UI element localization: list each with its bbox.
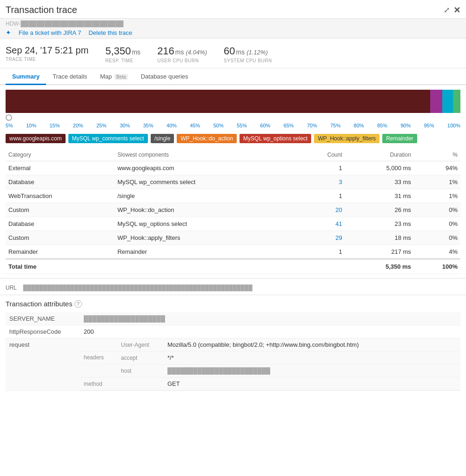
trace-time-value: Sep 24, '17 5:21 pm — [6, 45, 88, 56]
timeline-circle — [6, 114, 12, 121]
cell-pct: 1% — [414, 175, 460, 189]
metrics-section: Sep 24, '17 5:21 pm TRACE TIME 5,350ms R… — [0, 39, 466, 68]
cell-category: Custom — [6, 203, 114, 217]
timeline-bar — [6, 90, 460, 113]
tab-summary[interactable]: Summary — [6, 69, 46, 85]
attr-subval-host: ████████████████████████ — [164, 364, 460, 377]
attr-table: SERVER_NAME ███████████████████ httpResp… — [6, 312, 460, 391]
attr-subkey-method — [117, 377, 164, 390]
col-header-count: Count — [300, 148, 345, 161]
col-header-duration: Duration — [345, 148, 414, 161]
cell-count: 41 — [300, 217, 345, 231]
cell-component: www.googleapis.com — [114, 161, 300, 175]
trace-time-label: TRACE TIME — [6, 57, 88, 62]
sys-cpu-value: 60ms(1.12%) — [224, 45, 272, 57]
table-row: External www.googleapis.com 1 5,000 ms 9… — [6, 161, 460, 175]
table-row: Custom WP_Hook::apply_filters 29 18 ms 0… — [6, 231, 460, 245]
cell-duration: 217 ms — [345, 245, 414, 259]
attr-row-server-name: SERVER_NAME ███████████████████ — [6, 312, 460, 325]
close-button[interactable]: ✕ — [453, 5, 460, 15]
attr-subkey-accept: accept — [117, 351, 164, 364]
cell-pct: 94% — [414, 161, 460, 175]
cell-count: 1 — [300, 189, 345, 203]
table-row: Custom WP_Hook::do_action 20 26 ms 0% — [6, 203, 460, 217]
hostname-bar: HDW-██████████████████████████ ✦ File a … — [0, 19, 466, 39]
attr-row-useragent: User-Agent Mozilla/5.0 (compatible; bing… — [80, 338, 460, 351]
attr-key-headers-empty — [80, 364, 117, 377]
cell-pct: 1% — [414, 189, 460, 203]
cpu-burn-metric: 216ms(4.04%) USER CPU BURN — [157, 45, 207, 63]
tab-database-queries[interactable]: Database queries — [134, 69, 195, 85]
timeline-segment-2 — [430, 90, 442, 113]
attr-subval-useragent: Mozilla/5.0 (compatible; bingbot/2.0; +h… — [164, 338, 460, 351]
cell-component: Remainder — [114, 245, 300, 259]
cell-component: MySQL wp_comments select — [114, 175, 300, 189]
cell-component: WP_Hook::apply_filters — [114, 231, 300, 245]
tab-trace-details[interactable]: Trace details — [46, 69, 93, 85]
cell-pct: 4% — [414, 245, 460, 259]
attr-val-request: User-Agent Mozilla/5.0 (compatible; bing… — [80, 338, 460, 391]
tab-map[interactable]: Map Beta — [93, 69, 134, 85]
cell-duration: 18 ms — [345, 231, 414, 245]
attr-subval-method: GET — [164, 377, 460, 390]
star-icon: ✦ — [6, 29, 11, 36]
attr-row-accept: headers accept */* — [80, 351, 460, 364]
page-title: Transaction trace — [6, 5, 77, 15]
url-value: ████████████████████████████████████████… — [23, 284, 253, 291]
legend-item-mysql-options[interactable]: MySQL wp_options select — [240, 134, 311, 143]
legend-item-mysql-comments[interactable]: MySQL wp_comments select — [68, 134, 148, 143]
attr-val-server: ███████████████████ — [80, 312, 460, 325]
header: Transaction trace ⤢ ✕ — [0, 0, 466, 19]
resp-time-label: RESP. TIME — [105, 58, 140, 63]
attr-title: Transaction attributes ? — [6, 300, 460, 308]
timeline-segment-3 — [442, 90, 453, 113]
url-label: URL — [6, 284, 17, 291]
resp-time-value: 5,350ms — [105, 45, 140, 57]
timeline-markers: 5% 10% 15% 20% 25% 30% 35% 40% 45% 50% 5… — [6, 122, 460, 129]
legend-item-googleapis[interactable]: www.googleapis.com — [6, 134, 66, 143]
cell-category: Remainder — [6, 245, 114, 259]
cell-count: 1 — [300, 161, 345, 175]
cell-category: WebTransaction — [6, 189, 114, 203]
legend-item-single[interactable]: /single — [151, 134, 174, 143]
expand-button[interactable]: ⤢ — [444, 6, 450, 14]
cell-duration: 31 ms — [345, 189, 414, 203]
toolbar: ✦ File a ticket with JIRA 7 Delete this … — [6, 29, 460, 36]
delete-trace-button[interactable]: Delete this trace — [88, 29, 132, 36]
cell-category: Database — [6, 175, 114, 189]
legend-item-do-action[interactable]: WP_Hook::do_action — [177, 134, 237, 143]
cell-pct: 0% — [414, 203, 460, 217]
attr-key-request: request — [6, 338, 80, 391]
table-total-row: Total time 5,350 ms 100% — [6, 259, 460, 274]
attr-subval-accept: */* — [164, 351, 460, 364]
col-header-slowest: Slowest components — [114, 148, 300, 161]
attr-subkey-host: host — [117, 364, 164, 377]
attr-key-headers — [80, 338, 117, 351]
table-row: Database MySQL wp_options select 41 23 m… — [6, 217, 460, 231]
cell-pct: 0% — [414, 217, 460, 231]
legend: www.googleapis.com MySQL wp_comments sel… — [0, 131, 466, 148]
help-icon[interactable]: ? — [74, 300, 82, 308]
hostname: HDW-██████████████████████████ — [6, 20, 460, 27]
cell-duration: 26 ms — [345, 203, 414, 217]
attr-key-method: method — [80, 377, 117, 390]
attr-row-request: request User-Agent Mozilla/5.0 (compatib… — [6, 338, 460, 391]
cell-count: 20 — [300, 203, 345, 217]
legend-item-remainder[interactable]: Remainder — [382, 134, 417, 143]
attr-key-server: SERVER_NAME — [6, 312, 80, 325]
table-row: Remainder Remainder 1 217 ms 4% — [6, 245, 460, 259]
attr-row-method: method GET — [80, 377, 460, 390]
cell-count: 29 — [300, 231, 345, 245]
cell-duration: 5,000 ms — [345, 161, 414, 175]
url-section: URL ████████████████████████████████████… — [0, 278, 466, 295]
legend-item-apply-filters[interactable]: WP_Hook::apply_filters — [314, 134, 379, 143]
total-count-empty — [300, 259, 345, 274]
trace-time-metric: Sep 24, '17 5:21 pm TRACE TIME — [6, 45, 88, 62]
col-header-pct: % — [414, 148, 460, 161]
transaction-attributes-section: Transaction attributes ? SERVER_NAME ███… — [0, 295, 466, 396]
sys-cpu-label: SYSTEM CPU BURN — [224, 58, 272, 63]
cell-category: Custom — [6, 231, 114, 245]
cell-count: 1 — [300, 245, 345, 259]
jira-button[interactable]: File a ticket with JIRA 7 — [19, 29, 81, 36]
cell-pct: 0% — [414, 231, 460, 245]
